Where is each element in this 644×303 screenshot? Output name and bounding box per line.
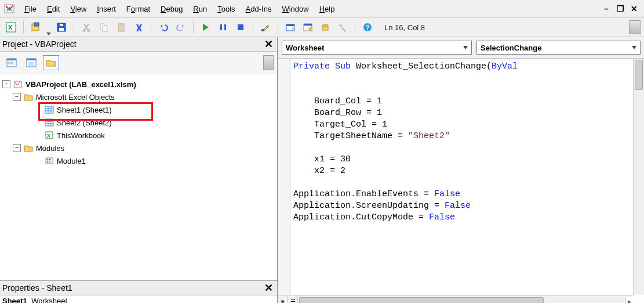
code-pane-selectors: Worksheet SelectionChange [278, 37, 644, 59]
tree-modules[interactable]: − Modules [2, 142, 275, 154]
svg-rect-47 [46, 158, 53, 164]
svg-rect-14 [220, 24, 222, 30]
tree-thisworkbook[interactable]: X ThisWorkbook [2, 129, 275, 142]
menu-help[interactable]: Help [315, 3, 340, 15]
menu-run[interactable]: Run [188, 3, 212, 15]
folder-icon [23, 143, 34, 153]
code-text[interactable]: Private Sub Worksheet_SelectionChange(By… [290, 59, 634, 295]
menu-addins[interactable]: Add-Ins [241, 3, 276, 15]
menu-file[interactable]: File [20, 3, 41, 15]
menu-edit[interactable]: Edit [42, 3, 64, 15]
svg-rect-22 [304, 24, 312, 26]
menu-window[interactable]: Window [277, 3, 313, 15]
tree-excel-objects-label: Microsoft Excel Objects [36, 93, 115, 102]
properties-panel-close-button[interactable]: ✕ [262, 282, 275, 294]
code-editor[interactable]: Private Sub Worksheet_SelectionChange(By… [278, 59, 644, 303]
help-button[interactable]: ? [360, 20, 375, 35]
insert-module-button[interactable] [28, 20, 43, 35]
undo-button[interactable] [156, 20, 171, 35]
redo-button[interactable] [173, 20, 188, 35]
toolbox-button[interactable] [335, 20, 350, 35]
project-tree[interactable]: − VBAProject (LAB_excel1.xlsm) − Microso… [0, 74, 277, 280]
svg-text:?: ? [366, 24, 370, 31]
view-excel-button[interactable]: X [3, 20, 19, 35]
run-button[interactable] [198, 20, 213, 35]
full-module-view-button[interactable]: ☰ [288, 296, 298, 303]
view-code-button[interactable] [3, 55, 20, 70]
find-button[interactable] [131, 20, 146, 35]
svg-rect-11 [103, 26, 107, 31]
project-toolbar-gripper [263, 55, 274, 70]
procedure-dropdown-value: SelectionChange [481, 44, 541, 52]
properties-panel: Properties - Sheet1 ✕ Sheet1 Worksheet [0, 280, 277, 303]
cursor-location: Ln 16, Col 8 [381, 22, 428, 33]
tree-sheet1[interactable]: Sheet1 (Sheet1) [2, 103, 275, 116]
collapse-icon[interactable]: − [13, 93, 21, 101]
properties-panel-title-text: Properties - Sheet1 [2, 283, 262, 293]
menu-view[interactable]: View [66, 3, 91, 15]
menu-insert[interactable]: Insert [92, 3, 121, 15]
worksheet-icon [44, 105, 54, 114]
app-icon [3, 3, 15, 15]
folder-icon [23, 92, 34, 102]
break-button[interactable] [216, 20, 231, 35]
procedure-dropdown[interactable]: SelectionChange [476, 41, 641, 55]
properties-panel-title: Properties - Sheet1 ✕ [0, 281, 277, 295]
reset-button[interactable] [233, 20, 248, 35]
project-panel-close-button[interactable]: ✕ [262, 38, 275, 50]
view-object-button[interactable] [23, 55, 39, 70]
menu-tools[interactable]: Tools [213, 3, 239, 15]
svg-rect-13 [119, 23, 123, 25]
scroll-right-button[interactable]: ► [625, 297, 634, 303]
cut-button[interactable] [79, 20, 94, 35]
svg-rect-40 [45, 119, 53, 126]
tree-excel-objects[interactable]: − Microsoft Excel Objects [2, 91, 275, 103]
workbook-icon: X [44, 131, 54, 140]
code-view-buttons: ≡ ☰ [278, 295, 298, 303]
restore-icon[interactable]: ❐ [616, 5, 624, 13]
paste-button[interactable] [114, 20, 129, 35]
object-dropdown-value: Worksheet [286, 44, 324, 52]
scrollbar-thumb[interactable] [299, 297, 544, 303]
horizontal-scrollbar[interactable]: ◄ ► [298, 295, 634, 303]
minimize-icon[interactable]: – [602, 5, 610, 13]
tree-modules-label: Modules [36, 144, 64, 153]
module-icon [44, 156, 54, 165]
svg-rect-6 [59, 28, 64, 31]
tree-sheet2[interactable]: Sheet2 (Sheet2) [2, 116, 275, 129]
vertical-scrollbar[interactable] [633, 59, 644, 295]
design-mode-button[interactable] [258, 20, 273, 35]
tree-sheet2-label: Sheet2 (Sheet2) [57, 118, 112, 127]
tree-root-label: VBAProject (LAB_excel1.xlsm) [26, 80, 136, 89]
close-icon[interactable]: ✕ [630, 5, 638, 13]
object-dropdown[interactable]: Worksheet [282, 41, 472, 55]
collapse-icon[interactable]: − [2, 80, 10, 88]
save-button[interactable] [54, 20, 69, 35]
svg-rect-17 [261, 29, 264, 31]
svg-rect-16 [238, 24, 243, 30]
copy-button[interactable] [96, 20, 111, 35]
svg-rect-7 [60, 24, 63, 26]
worksheet-icon [44, 118, 54, 127]
code-margin[interactable] [278, 59, 290, 295]
object-browser-button[interactable] [318, 20, 333, 35]
procedure-view-button[interactable]: ≡ [278, 296, 288, 303]
svg-rect-35 [45, 106, 53, 113]
menu-bar: File Edit View Insert Format Debug Run T… [0, 0, 644, 18]
project-toolbar [0, 52, 277, 74]
svg-rect-4 [34, 23, 39, 26]
collapse-icon[interactable]: − [13, 144, 21, 152]
tree-root[interactable]: − VBAProject (LAB_excel1.xlsm) [2, 78, 275, 91]
menu-debug[interactable]: Debug [156, 3, 187, 15]
svg-text:X: X [8, 24, 13, 31]
project-explorer-button[interactable] [283, 20, 298, 35]
svg-rect-28 [7, 59, 16, 60]
tree-module1-label: Module1 [57, 157, 86, 165]
tree-module1[interactable]: Module1 [2, 154, 275, 167]
scrollbar-thumb[interactable] [635, 60, 643, 90]
properties-object-selector[interactable]: Sheet1 Worksheet [0, 295, 277, 303]
toggle-folders-button[interactable] [43, 55, 59, 70]
vbaproject-icon [13, 80, 23, 89]
properties-window-button[interactable] [300, 20, 315, 35]
menu-format[interactable]: Format [122, 3, 155, 15]
